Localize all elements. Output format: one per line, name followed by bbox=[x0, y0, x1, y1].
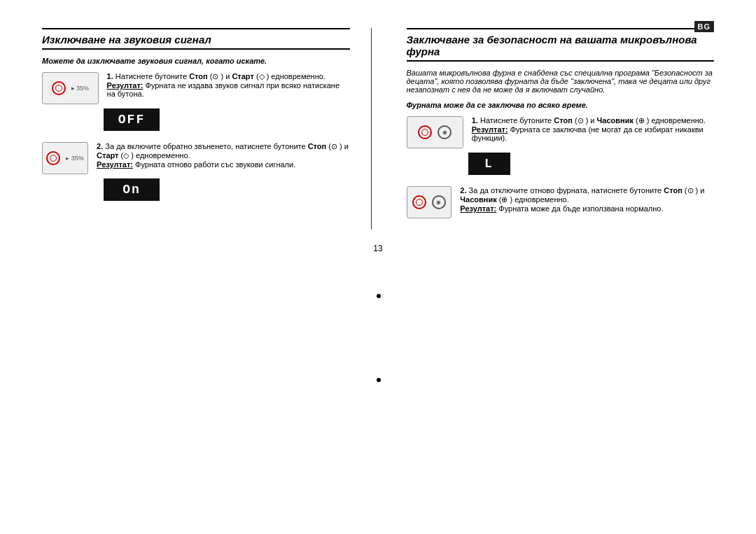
page-number: 13 bbox=[42, 244, 714, 253]
right-step2-text: 2. За да отключите отново фурната, натис… bbox=[460, 186, 714, 213]
left-section-title: Изключване на звуковия сигнал bbox=[42, 34, 350, 50]
step2-number-right: 2. bbox=[460, 186, 466, 195]
bullet-2 bbox=[377, 378, 381, 382]
clock-icon-2: ⊕ bbox=[432, 195, 446, 209]
device-panel-2: ▸ 35% bbox=[42, 142, 88, 174]
stop-icon-2 bbox=[46, 151, 60, 165]
right-section-title: Заключване за безопасност на вашата микр… bbox=[407, 34, 715, 62]
step1-text-after: ) едновременно. bbox=[265, 72, 326, 80]
clock-symbol-1: ⊕ bbox=[442, 129, 447, 136]
left-column: Изключване на звуковия сигнал Можете да … bbox=[42, 28, 372, 230]
step2-text-after-right: ) едновременно. bbox=[507, 195, 568, 204]
step1-middle-right: ) и bbox=[584, 116, 597, 125]
top-border-left bbox=[42, 28, 350, 29]
step2-stop-icon-right: ⊙ bbox=[687, 186, 694, 195]
step1-stop-paren-right: ( bbox=[573, 116, 578, 125]
step1-clock-label-right: Часовник bbox=[597, 116, 634, 125]
step2-result-label-left: Резултат: bbox=[97, 160, 133, 169]
step1-clock-paren-right: ( bbox=[634, 116, 638, 125]
left-step1-text: 1. Натиснете бутоните Стоп (⊙ ) и Старт … bbox=[107, 72, 350, 98]
right-column: Заключване за безопасност на вашата микр… bbox=[400, 28, 715, 230]
stop-icon-3 bbox=[418, 125, 432, 139]
clock-symbol-2: ⊕ bbox=[436, 199, 441, 206]
left-step1: ▸ 35% 1. Натиснете бутоните Стоп (⊙ ) и … bbox=[42, 72, 350, 131]
step2-stop-label-left: Стоп bbox=[308, 142, 327, 150]
step2-stop-label-right: Стоп bbox=[664, 186, 682, 195]
stop-inner-3 bbox=[421, 129, 428, 136]
step1-result-label-right: Резултат: bbox=[472, 125, 508, 134]
step1-number-left: 1. bbox=[107, 72, 113, 80]
step1-text-before-right: Натиснете бутоните bbox=[480, 116, 554, 125]
step1-stop-label: Стоп bbox=[189, 72, 208, 80]
step2-text-after-left: ) едновременно. bbox=[129, 151, 190, 160]
step2-result-label-right: Резултат: bbox=[460, 204, 496, 213]
step1-number-right: 1. bbox=[472, 116, 478, 125]
left-step2-content: ▸ 35% 2. За да включите обратно звъненет… bbox=[42, 142, 350, 174]
step2-result-text-right: Фурната може да бъде използвана нормално… bbox=[498, 204, 663, 213]
bg-badge: BG bbox=[694, 21, 715, 32]
left-subtitle: Можете да изключвате звуковия сигнал, ко… bbox=[42, 57, 350, 65]
stop-inner-4 bbox=[416, 199, 423, 206]
device-panel-3: ⊕ bbox=[407, 116, 463, 148]
clock-icon-1: ⊕ bbox=[438, 125, 451, 139]
page: BG Изключване на звуковия сигнал Можете … bbox=[0, 0, 756, 534]
display-off: OFF bbox=[104, 108, 160, 131]
right-step1-text: 1. Натиснете бутоните Стоп (⊙ ) и Часовн… bbox=[472, 116, 714, 142]
display-on: On bbox=[104, 178, 160, 201]
step2-text-right: За да отключите отново фурната, натиснет… bbox=[469, 186, 664, 195]
step1-stop-icon-right: ⊙ bbox=[578, 116, 584, 125]
right-step1-content: ⊕ 1. Натиснете бутоните Стоп (⊙ ) и Часо… bbox=[407, 116, 715, 148]
main-columns: Изключване на звуковия сигнал Можете да … bbox=[42, 28, 714, 230]
step2-clock-label-right: Часовник bbox=[460, 195, 496, 204]
left-step2: ▸ 35% 2. За да включите обратно звъненет… bbox=[42, 142, 350, 201]
step2-text-left: За да включите обратно звъненето, натисн… bbox=[105, 142, 307, 150]
step1-start-icon: ◇ bbox=[259, 72, 265, 80]
right-intro2: Фурната може да се заключва по всяко вре… bbox=[407, 101, 715, 109]
stop-icon-1 bbox=[52, 81, 66, 95]
top-border-right bbox=[407, 28, 715, 29]
step2-number-left: 2. bbox=[97, 142, 103, 150]
bullet-1 bbox=[377, 294, 381, 298]
right-intro1: Вашата микровълнова фурна е снабдена със… bbox=[407, 69, 715, 94]
step2-start-label-left: Старт bbox=[97, 151, 118, 160]
device-label-1: ▸ 35% bbox=[71, 85, 90, 92]
left-step1-content: ▸ 35% 1. Натиснете бутоните Стоп (⊙ ) и … bbox=[42, 72, 350, 104]
step2-stop-paren-left: ( bbox=[326, 142, 331, 150]
step1-result-label-left: Резултат: bbox=[107, 81, 144, 90]
device-panel-1: ▸ 35% bbox=[42, 72, 99, 104]
step1-start-paren: ( bbox=[254, 72, 259, 80]
step1-clock-icon-right: ⊕ bbox=[638, 116, 645, 125]
display-lock: L bbox=[468, 153, 510, 175]
right-step1: ⊕ 1. Натиснете бутоните Стоп (⊙ ) и Часо… bbox=[407, 116, 715, 175]
stop-icon-4 bbox=[412, 195, 426, 209]
stop-inner-1 bbox=[55, 85, 62, 92]
step2-stop-icon-left: ⊙ bbox=[331, 142, 337, 150]
stop-inner-2 bbox=[50, 155, 57, 162]
step1-stop-label-right: Стоп bbox=[554, 116, 573, 125]
device-label-2: ▸ 35% bbox=[66, 155, 84, 162]
device-panel-4: ⊕ bbox=[407, 186, 452, 218]
step1-text-before: Натиснете бутоните bbox=[115, 72, 189, 80]
right-step2-content: ⊕ 2. За да отключите отново фурната, нат… bbox=[407, 186, 715, 218]
left-step2-text: 2. За да включите обратно звъненето, нат… bbox=[97, 142, 349, 169]
step2-middle-right: ) и bbox=[694, 186, 705, 195]
step1-start-label: Старт bbox=[232, 72, 253, 80]
step2-result-text-left: Фурната отново работи със звукови сигнал… bbox=[135, 160, 295, 169]
right-step2: ⊕ 2. За да отключите отново фурната, нат… bbox=[407, 186, 715, 218]
step1-text-after-right: ) едновременно. bbox=[645, 116, 706, 125]
step2-stop-paren-right: ( bbox=[682, 186, 687, 195]
step1-middle: ) и bbox=[218, 72, 232, 80]
step2-middle-left: ) и bbox=[337, 142, 349, 150]
